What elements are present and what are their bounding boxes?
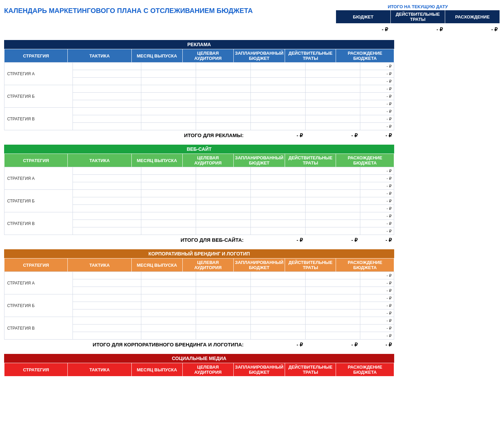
- act-cell[interactable]: [306, 294, 360, 302]
- tact-cell[interactable]: [73, 63, 141, 70]
- act-cell[interactable]: [306, 279, 360, 287]
- act-cell[interactable]: [306, 212, 360, 220]
- act-cell[interactable]: [306, 115, 360, 123]
- strategy-cell[interactable]: СТРАТЕГИЯ А: [4, 167, 73, 190]
- variance-cell[interactable]: - ₽: [360, 272, 394, 279]
- strategy-cell[interactable]: СТРАТЕГИЯ А: [4, 272, 73, 294]
- bud-cell[interactable]: [251, 205, 306, 212]
- act-cell[interactable]: [306, 220, 360, 227]
- variance-cell[interactable]: - ₽: [360, 227, 394, 235]
- aud-cell[interactable]: [196, 227, 251, 235]
- variance-cell[interactable]: - ₽: [360, 332, 394, 340]
- bud-cell[interactable]: [251, 85, 306, 93]
- variance-cell[interactable]: - ₽: [360, 205, 394, 212]
- act-cell[interactable]: [306, 70, 360, 78]
- tact-cell[interactable]: [73, 294, 141, 302]
- aud-cell[interactable]: [196, 317, 251, 325]
- tact-cell[interactable]: [73, 115, 141, 123]
- act-cell[interactable]: [306, 287, 360, 294]
- bud-cell[interactable]: [251, 108, 306, 115]
- tact-cell[interactable]: [73, 182, 141, 190]
- tact-cell[interactable]: [73, 108, 141, 115]
- strategy-cell[interactable]: СТРАТЕГИЯ Б: [4, 190, 73, 212]
- act-cell[interactable]: [306, 182, 360, 190]
- strategy-cell[interactable]: СТРАТЕГИЯ Б: [4, 294, 73, 317]
- tact-cell[interactable]: [73, 197, 141, 205]
- month-cell[interactable]: [141, 63, 196, 70]
- variance-cell[interactable]: - ₽: [360, 302, 394, 309]
- month-cell[interactable]: [141, 205, 196, 212]
- act-cell[interactable]: [306, 317, 360, 325]
- act-cell[interactable]: [306, 325, 360, 332]
- month-cell[interactable]: [141, 220, 196, 227]
- month-cell[interactable]: [141, 325, 196, 332]
- bud-cell[interactable]: [251, 115, 306, 123]
- act-cell[interactable]: [306, 123, 360, 130]
- variance-cell[interactable]: - ₽: [360, 197, 394, 205]
- tact-cell[interactable]: [73, 175, 141, 182]
- variance-cell[interactable]: - ₽: [360, 294, 394, 302]
- tact-cell[interactable]: [73, 272, 141, 279]
- month-cell[interactable]: [141, 108, 196, 115]
- month-cell[interactable]: [141, 332, 196, 340]
- tact-cell[interactable]: [73, 227, 141, 235]
- strategy-cell[interactable]: СТРАТЕГИЯ Б: [4, 85, 73, 108]
- aud-cell[interactable]: [196, 108, 251, 115]
- aud-cell[interactable]: [196, 175, 251, 182]
- month-cell[interactable]: [141, 287, 196, 294]
- aud-cell[interactable]: [196, 78, 251, 85]
- tact-cell[interactable]: [73, 85, 141, 93]
- act-cell[interactable]: [306, 272, 360, 279]
- aud-cell[interactable]: [196, 332, 251, 340]
- act-cell[interactable]: [306, 167, 360, 175]
- variance-cell[interactable]: - ₽: [360, 190, 394, 197]
- tact-cell[interactable]: [73, 302, 141, 309]
- month-cell[interactable]: [141, 227, 196, 235]
- bud-cell[interactable]: [251, 190, 306, 197]
- act-cell[interactable]: [306, 190, 360, 197]
- tact-cell[interactable]: [73, 309, 141, 317]
- month-cell[interactable]: [141, 279, 196, 287]
- aud-cell[interactable]: [196, 190, 251, 197]
- bud-cell[interactable]: [251, 182, 306, 190]
- act-cell[interactable]: [306, 108, 360, 115]
- month-cell[interactable]: [141, 123, 196, 130]
- bud-cell[interactable]: [251, 332, 306, 340]
- aud-cell[interactable]: [196, 85, 251, 93]
- variance-cell[interactable]: - ₽: [360, 309, 394, 317]
- month-cell[interactable]: [141, 85, 196, 93]
- aud-cell[interactable]: [196, 70, 251, 78]
- aud-cell[interactable]: [196, 197, 251, 205]
- bud-cell[interactable]: [251, 123, 306, 130]
- tact-cell[interactable]: [73, 78, 141, 85]
- act-cell[interactable]: [306, 100, 360, 108]
- bud-cell[interactable]: [251, 302, 306, 309]
- act-cell[interactable]: [306, 332, 360, 340]
- act-cell[interactable]: [306, 93, 360, 100]
- tact-cell[interactable]: [73, 220, 141, 227]
- act-cell[interactable]: [306, 227, 360, 235]
- variance-cell[interactable]: - ₽: [360, 78, 394, 85]
- month-cell[interactable]: [141, 167, 196, 175]
- tact-cell[interactable]: [73, 205, 141, 212]
- tact-cell[interactable]: [73, 93, 141, 100]
- aud-cell[interactable]: [196, 63, 251, 70]
- variance-cell[interactable]: - ₽: [360, 212, 394, 220]
- act-cell[interactable]: [306, 309, 360, 317]
- variance-cell[interactable]: - ₽: [360, 108, 394, 115]
- bud-cell[interactable]: [251, 70, 306, 78]
- month-cell[interactable]: [141, 190, 196, 197]
- aud-cell[interactable]: [196, 123, 251, 130]
- aud-cell[interactable]: [196, 115, 251, 123]
- month-cell[interactable]: [141, 115, 196, 123]
- act-cell[interactable]: [306, 197, 360, 205]
- bud-cell[interactable]: [251, 227, 306, 235]
- bud-cell[interactable]: [251, 212, 306, 220]
- month-cell[interactable]: [141, 294, 196, 302]
- strategy-cell[interactable]: СТРАТЕГИЯ В: [4, 212, 73, 235]
- variance-cell[interactable]: - ₽: [360, 63, 394, 70]
- month-cell[interactable]: [141, 302, 196, 309]
- act-cell[interactable]: [306, 78, 360, 85]
- month-cell[interactable]: [141, 317, 196, 325]
- aud-cell[interactable]: [196, 287, 251, 294]
